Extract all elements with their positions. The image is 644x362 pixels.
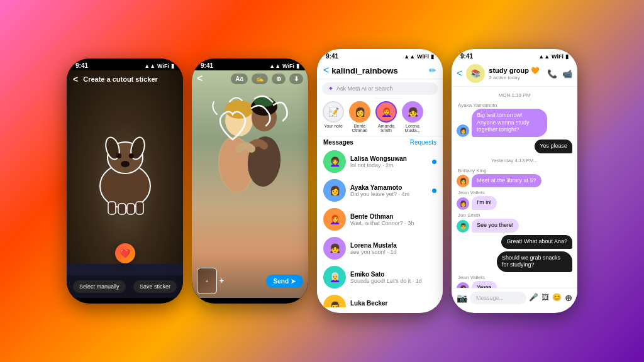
luka-avatar: 👨: [323, 295, 346, 307]
save-sticker-button[interactable]: Save sticker: [133, 280, 177, 293]
requests-link[interactable]: Requests: [410, 139, 436, 146]
snacks-row: Should we grab snacks for studying?: [457, 251, 572, 272]
section-header: Messages Requests: [317, 136, 443, 147]
ayaka-avatar: 👩: [323, 179, 346, 202]
add-to-story[interactable]: +: [219, 277, 224, 285]
status-icons-2: ▲▲ WiFi ▮: [269, 63, 299, 69]
time-4: 9:41: [460, 53, 473, 60]
chat-input-row: 📷 Message... 🎤 🖼 😊 ⊕: [452, 288, 577, 307]
jean-1-bubble-row: 👩 I'm in!: [457, 196, 572, 210]
message-input[interactable]: Message...: [470, 292, 526, 304]
meta-ai-icon: ✦: [328, 85, 333, 92]
bente-avatar: 👩: [349, 101, 370, 123]
emoji-icon[interactable]: 😊: [552, 293, 562, 303]
ayaka-name: Ayaka Yamamoto: [350, 184, 428, 191]
select-manually-button[interactable]: Select manually: [73, 280, 126, 293]
time-1: 9:41: [75, 62, 88, 69]
svg-point-18: [254, 97, 274, 107]
story-bente[interactable]: 👩 Bente Othman: [348, 101, 371, 133]
great-ana-row: Great! What about Ana?: [457, 235, 572, 249]
status-bar-3: 9:41 ▲▲ WiFi ▮: [317, 49, 443, 61]
video-button[interactable]: 📹: [562, 69, 572, 79]
story-note[interactable]: 📝 Your note: [322, 101, 345, 133]
story-row: 📝 Your note 👩 Bente Othman 👩‍🦰 What a gr…: [317, 98, 443, 136]
like-badge: ❤️: [115, 243, 135, 263]
svg-point-6: [121, 161, 130, 167]
ayaka-chat-avatar: 👩: [457, 124, 469, 137]
story-toolbar: < Aa ✍ ⊕ ⬇: [192, 70, 308, 87]
emiko-avatar: 👩‍🦳: [323, 266, 346, 288]
status-icons-1: ▲▲ WiFi ▮: [144, 63, 174, 69]
story-thumb-1[interactable]: +: [197, 268, 217, 294]
back-icon-1[interactable]: <: [73, 74, 78, 84]
brittany-avatar: 👩: [457, 175, 469, 187]
call-button[interactable]: 📞: [547, 69, 557, 79]
svg-rect-10: [136, 202, 143, 214]
messages-section: Messages Requests 👩‍🦱 Lalisa Wongsuwan l…: [317, 136, 443, 307]
back-icon-3[interactable]: <: [323, 65, 329, 76]
svg-point-12: [225, 100, 253, 119]
jon-bubble-row: 👨 See you there!: [457, 219, 572, 233]
amanda-story-wrapper: 👩‍🦰 What a great day: [375, 101, 397, 123]
ayaka-preview: Did you leave yet? · 4m: [350, 191, 428, 197]
story-amanda[interactable]: 👩‍🦰 What a great day Amanda Smith: [375, 101, 397, 133]
jean-2-bubble: Yesss: [472, 281, 497, 288]
emiko-name: Emiko Sato: [350, 271, 436, 278]
msg-bente[interactable]: 👩‍🦰 Bente Othman Wait, is that Connor? ·…: [317, 205, 443, 234]
msg-lorena[interactable]: 👧 Lorena Mustafa see you soon! · 1d: [317, 234, 443, 263]
message-placeholder: Message...: [476, 295, 504, 301]
brittany-bubble-row: 👩 Meet at the library at 5?: [457, 174, 572, 188]
msg-lalisa[interactable]: 👩‍🦱 Lalisa Wongsuwan lol not today · 2m: [317, 147, 443, 176]
time-divider-2: Yesterday 4:13 PM...: [457, 158, 572, 163]
battery-icon-2: ▮: [296, 63, 299, 69]
back-icon-2[interactable]: <: [197, 73, 203, 84]
jon-sender: Jon Smith: [458, 212, 572, 218]
send-button[interactable]: Send ➤: [266, 275, 303, 288]
status-bar-4: 9:41 ▲▲ WiFi ▮: [452, 49, 577, 61]
msg-ayaka[interactable]: 👩 Ayaka Yamamoto Did you leave yet? · 4m: [317, 176, 443, 205]
msg-luka[interactable]: 👨 Luka Becker that's awesome! · 3d: [317, 292, 443, 307]
signal-icon-4: ▲▲: [538, 53, 550, 60]
jean-sender-2: Jean Vallets: [458, 275, 572, 280]
status-bar-1: 9:41 ▲▲ WiFi ▮: [67, 58, 183, 70]
couple-svg: [192, 83, 308, 278]
draw-tool[interactable]: ✍: [252, 74, 268, 84]
bente-name: Bente Othman: [350, 213, 436, 220]
lorena-label: Lorena Musta...: [401, 124, 424, 133]
signal-icon-2: ▲▲: [269, 63, 280, 69]
back-icon-4[interactable]: <: [457, 68, 462, 79]
sticker-tool[interactable]: ⊕: [272, 74, 286, 84]
download-tool[interactable]: ⬇: [289, 74, 303, 84]
ayaka-bubble-row: 👩 Big test tomorrow! Anyone wanna study …: [457, 109, 572, 137]
mic-icon[interactable]: 🎤: [529, 293, 538, 303]
text-tool[interactable]: Aa: [231, 74, 248, 84]
edit-icon[interactable]: ✏: [429, 65, 436, 75]
group-name: study group 🧡: [489, 67, 543, 75]
amanda-label: Amanda Smith: [375, 124, 397, 133]
signal-icon-3: ▲▲: [404, 53, 415, 60]
jean-2-bubble-row: 👩 Yesss: [457, 281, 572, 288]
story-lorena[interactable]: 👧 Lorena Musta...: [401, 101, 424, 133]
bente-info: Bente Othman Wait, is that Connor? · 3h: [350, 213, 436, 226]
ai-search-bar[interactable]: ✦ Ask Meta AI or Search: [322, 82, 438, 95]
dog-image: [67, 70, 183, 264]
unread-dot-1: [432, 189, 436, 193]
svg-point-4: [116, 153, 121, 158]
send-label: Send: [274, 278, 289, 285]
image-icon[interactable]: 🖼: [541, 293, 549, 303]
jean-avatar-2: 👩: [457, 282, 469, 288]
story-bottom-bar: + + Send ➤: [192, 264, 308, 298]
msg-emiko[interactable]: 👩‍🦳 Emiko Sato Sounds good! Let's do it …: [317, 263, 443, 292]
phone-story-editor: 9:41 ▲▲ WiFi ▮: [192, 58, 308, 304]
plus-icon[interactable]: ⊕: [565, 293, 572, 303]
camera-icon[interactable]: 📷: [457, 293, 467, 303]
jean-avatar-1: 👩: [457, 197, 469, 210]
battery-icon-1: ▮: [171, 63, 174, 69]
group-avatar: 📚: [466, 64, 485, 83]
lalisa-avatar: 👩‍🦱: [323, 150, 346, 173]
great-ana-bubble: Great! What about Ana?: [501, 235, 572, 249]
bente-avatar-2: 👩‍🦰: [323, 208, 346, 231]
bente-label: Bente Othman: [348, 124, 371, 133]
search-placeholder: Ask Meta AI or Search: [336, 85, 393, 92]
status-icons-4: ▲▲ WiFi ▮: [538, 53, 569, 60]
